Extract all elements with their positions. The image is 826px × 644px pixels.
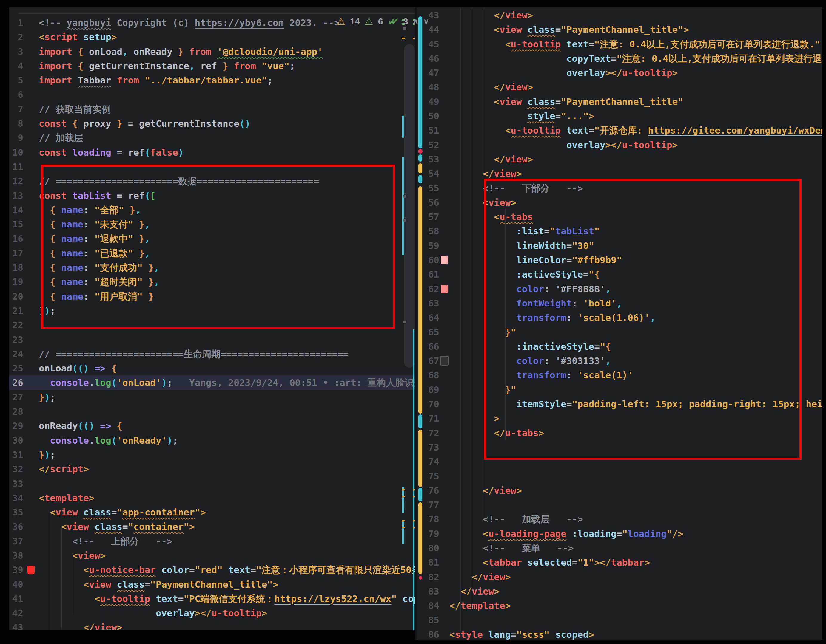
resolved-check-icon[interactable]: ✔✔	[388, 17, 394, 26]
code-line[interactable]: 31});	[9, 447, 415, 462]
line-number[interactable]: 30	[9, 433, 23, 447]
code-line[interactable]: 43 </view>	[416, 8, 823, 22]
line-number[interactable]: 24	[9, 347, 23, 361]
code-line[interactable]: 10const loading = ref(false)	[9, 145, 415, 159]
inspections-widget[interactable]: ⚠14 ⚠6 ✔✔3 ∧ ∨	[337, 15, 429, 28]
line-number[interactable]: 8	[9, 116, 23, 131]
code-line[interactable]: 24// =======================生命周期========…	[9, 347, 415, 361]
line-number[interactable]: 27	[9, 390, 23, 404]
scrollbar-thumb[interactable]	[404, 44, 415, 368]
warning-icon[interactable]: ⚠	[337, 17, 345, 26]
code-line[interactable]: 34<template>	[9, 491, 415, 505]
line-number[interactable]: 13	[9, 189, 23, 203]
line-number[interactable]: 16	[9, 231, 23, 246]
code-line[interactable]: 42 overlay></u-tooltip>	[9, 606, 415, 620]
line-number[interactable]: 34	[9, 491, 23, 505]
color-swatch[interactable]	[441, 256, 448, 264]
code-line[interactable]: 6	[9, 87, 415, 102]
line-number[interactable]: 31	[9, 447, 23, 462]
line-number[interactable]: 23	[9, 333, 23, 347]
line-number[interactable]: 4	[9, 59, 23, 73]
code-line[interactable]: 80 <!-- 菜单 -->	[416, 541, 823, 555]
line-number[interactable]: 84	[416, 598, 439, 613]
line-number[interactable]: 7	[9, 102, 23, 116]
code-line[interactable]: 33	[9, 477, 415, 491]
code-line[interactable]: 50 style="...">	[416, 109, 823, 123]
code-line[interactable]: 8const { proxy } = getCurrentInstance()	[9, 116, 415, 131]
code-line[interactable]: 4import { getCurrentInstance, ref } from…	[9, 59, 415, 73]
line-number[interactable]: 32	[9, 462, 23, 476]
code-line[interactable]: 7// 获取当前实例	[9, 102, 415, 116]
line-number[interactable]: 11	[9, 159, 23, 174]
code-line[interactable]: 23	[9, 333, 415, 347]
code-line[interactable]: 49 <view class="PaymentChannel_title"	[416, 94, 823, 109]
line-number[interactable]: 39	[9, 563, 23, 577]
line-number[interactable]: 22	[9, 318, 23, 332]
line-number[interactable]: 19	[9, 275, 23, 289]
code-line[interactable]: 27});	[9, 390, 415, 404]
line-number[interactable]: 6	[9, 87, 23, 102]
code-line[interactable]: 36 <view class="container">	[9, 519, 415, 534]
chevron-down-icon[interactable]: ∨	[424, 17, 429, 26]
line-number[interactable]: 36	[9, 519, 23, 534]
code-line[interactable]: 41 <u-tooltip text="PC端微信支付系统：https://lz…	[9, 591, 415, 606]
code-line[interactable]: 48 </view>	[416, 80, 823, 94]
code-line[interactable]: 25onLoad(() => {	[9, 361, 415, 375]
code-line[interactable]: 77	[416, 498, 823, 512]
code-line[interactable]: 9// 加载层	[9, 131, 415, 145]
line-number[interactable]: 18	[9, 260, 23, 275]
code-line[interactable]: 43 </view>	[9, 620, 415, 630]
line-number[interactable]: 14	[9, 203, 23, 217]
code-line[interactable]: 86<style lang="scss" scoped>	[416, 627, 823, 640]
line-number[interactable]: 12	[9, 174, 23, 188]
code-line[interactable]: 40 <view class="PaymentChannel_title">	[9, 577, 415, 591]
code-line[interactable]: 47 overlay></u-tooltip>	[416, 66, 823, 80]
code-line[interactable]: 45 <u-tooltip text="注意: 0.4以上,支付成功后可在订单列…	[416, 37, 823, 51]
line-number[interactable]: 29	[9, 419, 23, 433]
code-line[interactable]: 2<script setup>	[9, 30, 415, 44]
code-line[interactable]: 83 </view>	[416, 584, 823, 598]
line-number[interactable]: 38	[9, 548, 23, 563]
code-line[interactable]: 5import Tabbar from "../tabbar/tabbar.vu…	[9, 73, 415, 87]
line-number[interactable]: 10	[9, 145, 23, 159]
code-line[interactable]: 84</template>	[416, 598, 823, 613]
code-line[interactable]: 32</script>	[9, 462, 415, 476]
line-number[interactable]: 41	[9, 591, 23, 606]
chevron-up-icon[interactable]: ∧	[413, 17, 419, 26]
line-number[interactable]: 9	[9, 131, 23, 145]
code-line[interactable]: 53 </view>	[416, 152, 823, 166]
line-number[interactable]: 33	[9, 477, 23, 491]
line-number[interactable]: 21	[9, 303, 23, 318]
line-number[interactable]: 40	[9, 577, 23, 591]
color-swatch[interactable]	[441, 285, 448, 293]
code-line[interactable]: 3import { onLoad, onReady } from '@dclou…	[9, 45, 415, 59]
line-number[interactable]: 17	[9, 246, 23, 260]
line-number[interactable]: 28	[9, 404, 23, 419]
weak-warning-icon[interactable]: ⚠	[365, 17, 373, 26]
line-number[interactable]: 15	[9, 217, 23, 231]
code-line[interactable]: 39 <u-notice-bar color="red" text="注意：小程…	[9, 563, 415, 577]
line-number[interactable]: 1	[9, 15, 23, 30]
code-line[interactable]: 30 console.log('onReady');	[9, 433, 415, 447]
code-line[interactable]: 79 <u-loading-page :loading="loading"/>	[416, 526, 823, 541]
code-line[interactable]: 26 console.log('onLoad'); Yangs, 2023/9/…	[9, 375, 415, 390]
code-line[interactable]: 28	[9, 404, 415, 419]
code-line[interactable]: 52 overlay></u-tooltip>	[416, 138, 823, 152]
line-number[interactable]: 35	[9, 505, 23, 519]
line-number[interactable]: 85	[416, 613, 439, 627]
code-line[interactable]: 76 </view>	[416, 483, 823, 498]
code-line[interactable]: 82 </view>	[416, 570, 823, 584]
line-number[interactable]: 43	[9, 620, 23, 630]
code-line[interactable]: 44 <view class="PaymentChannel_title">	[416, 22, 823, 37]
code-line[interactable]: 51 <u-tooltip text="开源仓库: https://gitee.…	[416, 123, 823, 138]
code-line[interactable]: 38 <view>	[9, 548, 415, 563]
line-number[interactable]: 2	[9, 30, 23, 44]
code-line[interactable]: 75	[416, 469, 823, 483]
code-line[interactable]: 37 <!-- 上部分 -->	[9, 534, 415, 548]
line-number[interactable]: 42	[9, 606, 23, 620]
line-number[interactable]: 5	[9, 73, 23, 87]
line-number[interactable]: 3	[9, 45, 23, 59]
color-swatch[interactable]	[440, 356, 449, 365]
code-line[interactable]: 29onReady(() => {	[9, 419, 415, 433]
code-line[interactable]: 81 <tabbar selected="1"></tabbar>	[416, 555, 823, 570]
